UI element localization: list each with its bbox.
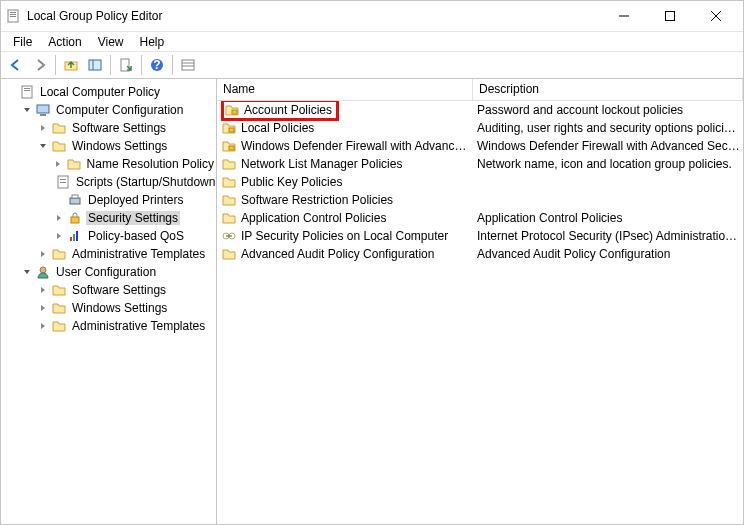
tree-software-settings[interactable]: Software Settings xyxy=(37,119,216,137)
list-item[interactable]: IP Security Policies on Local ComputerIn… xyxy=(217,227,743,245)
menu-help[interactable]: Help xyxy=(132,33,173,51)
svg-rect-11 xyxy=(121,59,129,71)
tree-label: Policy-based QoS xyxy=(86,229,186,243)
svg-rect-32 xyxy=(232,110,237,114)
policy-folder-icon xyxy=(224,102,240,118)
up-folder-button[interactable] xyxy=(60,54,82,76)
tree-root[interactable]: Local Computer Policy xyxy=(5,83,216,101)
tree-label: Windows Settings xyxy=(70,301,169,315)
svg-rect-1 xyxy=(10,12,16,13)
chevron-right-icon[interactable] xyxy=(37,284,49,296)
forward-button[interactable] xyxy=(29,54,51,76)
chevron-right-icon[interactable] xyxy=(37,248,49,260)
tree-label: Software Settings xyxy=(70,121,168,135)
list-pane[interactable]: Name Description Account Policies Passwo… xyxy=(217,79,743,524)
tree-uc-software-settings[interactable]: Software Settings xyxy=(37,281,216,299)
chevron-down-icon[interactable] xyxy=(37,140,49,152)
close-button[interactable] xyxy=(693,1,739,31)
menu-file[interactable]: File xyxy=(5,33,40,51)
chevron-down-icon[interactable] xyxy=(21,104,33,116)
menubar: File Action View Help xyxy=(1,31,743,51)
item-name: Windows Defender Firewall with Advanc… xyxy=(241,139,466,153)
policy-folder-icon xyxy=(221,138,237,154)
svg-rect-2 xyxy=(10,14,16,15)
chevron-right-icon[interactable] xyxy=(53,212,65,224)
tree-name-resolution-policy[interactable]: Name Resolution Policy xyxy=(53,155,216,173)
show-hide-tree-button[interactable] xyxy=(84,54,106,76)
tree-policy-based-qos[interactable]: Policy-based QoS xyxy=(53,227,216,245)
folder-icon xyxy=(51,282,67,298)
item-name: Public Key Policies xyxy=(241,175,342,189)
folder-icon xyxy=(51,246,67,262)
tree-scripts[interactable]: Scripts (Startup/Shutdown) xyxy=(53,173,216,191)
policy-folder-icon xyxy=(221,120,237,136)
back-button[interactable] xyxy=(5,54,27,76)
menu-action[interactable]: Action xyxy=(40,33,89,51)
item-name: Software Restriction Policies xyxy=(241,193,393,207)
tree-uc-windows-settings[interactable]: Windows Settings xyxy=(37,299,216,317)
folder-icon xyxy=(221,210,237,226)
titlebar: Local Group Policy Editor xyxy=(1,1,743,31)
column-header-name[interactable]: Name xyxy=(217,79,473,100)
tree-security-settings[interactable]: Security Settings xyxy=(53,209,216,227)
svg-rect-27 xyxy=(71,217,79,223)
list-item[interactable]: Public Key Policies xyxy=(217,173,743,191)
item-description: Network name, icon and location group po… xyxy=(473,157,743,171)
export-list-button[interactable] xyxy=(115,54,137,76)
folder-icon xyxy=(66,156,82,172)
toolbar-separator xyxy=(172,55,173,75)
tree-user-configuration[interactable]: User Configuration xyxy=(21,263,216,281)
chevron-right-icon[interactable] xyxy=(37,320,49,332)
toolbar-separator xyxy=(55,55,56,75)
filter-options-button[interactable] xyxy=(177,54,199,76)
list-item[interactable]: Windows Defender Firewall with Advanc…Wi… xyxy=(217,137,743,155)
folder-icon xyxy=(221,174,237,190)
tree-pane[interactable]: Local Computer Policy Computer Configura… xyxy=(1,79,217,524)
list-item[interactable]: Network List Manager PoliciesNetwork nam… xyxy=(217,155,743,173)
list-item-account-policies[interactable]: Account Policies Password and account lo… xyxy=(217,101,743,119)
chevron-right-icon[interactable] xyxy=(53,158,64,170)
svg-rect-5 xyxy=(666,12,675,21)
svg-rect-14 xyxy=(182,60,194,70)
list-item[interactable]: Local PoliciesAuditing, user rights and … xyxy=(217,119,743,137)
list-body: Account Policies Password and account lo… xyxy=(217,101,743,263)
folder-icon xyxy=(51,318,67,334)
tree-administrative-templates[interactable]: Administrative Templates xyxy=(37,245,216,263)
item-description: Windows Defender Firewall with Advanced … xyxy=(473,139,743,153)
chevron-right-icon[interactable] xyxy=(37,302,49,314)
content-area: Local Computer Policy Computer Configura… xyxy=(1,79,743,524)
expander-icon[interactable] xyxy=(53,194,65,206)
svg-text:?: ? xyxy=(153,58,160,72)
chevron-down-icon[interactable] xyxy=(21,266,33,278)
tree-uc-administrative-templates[interactable]: Administrative Templates xyxy=(37,317,216,335)
svg-rect-30 xyxy=(76,231,78,241)
policy-doc-icon xyxy=(19,84,35,100)
tree-windows-settings[interactable]: Windows Settings xyxy=(37,137,216,155)
svg-rect-17 xyxy=(22,86,32,98)
minimize-button[interactable] xyxy=(601,1,647,31)
item-description: Auditing, user rights and security optio… xyxy=(473,121,743,135)
item-name: Application Control Policies xyxy=(241,211,386,225)
list-item[interactable]: Application Control PoliciesApplication … xyxy=(217,209,743,227)
tree-deployed-printers[interactable]: Deployed Printers xyxy=(53,191,216,209)
chevron-right-icon[interactable] xyxy=(37,122,49,134)
list-item[interactable]: Software Restriction Policies xyxy=(217,191,743,209)
menu-view[interactable]: View xyxy=(90,33,132,51)
item-name: Account Policies xyxy=(244,103,332,117)
item-name: Advanced Audit Policy Configuration xyxy=(241,247,434,261)
tree-label: Administrative Templates xyxy=(70,319,207,333)
expander-icon[interactable] xyxy=(5,86,17,98)
folder-icon xyxy=(221,156,237,172)
user-icon xyxy=(35,264,51,280)
chevron-right-icon[interactable] xyxy=(53,230,65,242)
maximize-button[interactable] xyxy=(647,1,693,31)
tree-computer-configuration[interactable]: Computer Configuration xyxy=(21,101,216,119)
svg-rect-21 xyxy=(40,114,46,116)
column-header-description[interactable]: Description xyxy=(473,79,743,100)
tree-label: Administrative Templates xyxy=(70,247,207,261)
item-name: Local Policies xyxy=(241,121,314,135)
svg-rect-20 xyxy=(37,105,49,113)
help-button[interactable]: ? xyxy=(146,54,168,76)
svg-rect-9 xyxy=(89,60,101,70)
list-item[interactable]: Advanced Audit Policy ConfigurationAdvan… xyxy=(217,245,743,263)
